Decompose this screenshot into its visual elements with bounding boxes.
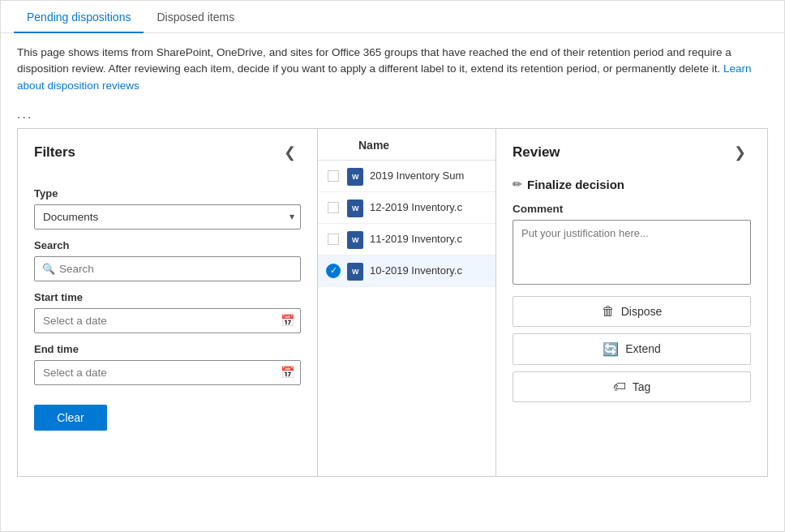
description-text: This page shows items from SharePoint, O… — [17, 46, 731, 75]
finalize-section: ✏ Finalize decision — [513, 178, 751, 191]
items-header: Name — [318, 129, 495, 161]
end-time-label: End time — [34, 343, 301, 355]
finalize-icon: ✏ — [513, 178, 522, 191]
comment-label: Comment — [513, 203, 751, 215]
search-icon: 🔍 — [42, 263, 55, 275]
review-header: Review ❯ — [513, 142, 751, 163]
item-checkbox-3[interactable] — [326, 232, 341, 247]
item-word-icon-2: W — [347, 200, 363, 216]
search-input[interactable] — [34, 256, 301, 281]
item-name-4: 10-2019 Inventory.c — [370, 264, 487, 277]
item-word-icon-1: W — [347, 168, 363, 184]
filters-collapse-button[interactable]: ❮ — [279, 142, 301, 163]
extend-icon: 🔄 — [603, 341, 619, 357]
start-date-wrapper: 📅 — [34, 308, 301, 333]
tag-icon: 🏷 — [613, 380, 626, 394]
page-container: Pending dispositions Disposed items This… — [0, 0, 785, 532]
list-item[interactable]: W 12-2019 Inventory.c — [318, 192, 495, 224]
extend-button[interactable]: 🔄 Extend — [513, 333, 751, 365]
dispose-icon: 🗑 — [602, 304, 615, 319]
type-select[interactable]: Documents All Emails Spreadsheets — [34, 204, 301, 230]
dispose-button[interactable]: 🗑 Dispose — [513, 296, 751, 327]
search-filter-label: Search — [34, 239, 301, 251]
extend-label: Extend — [625, 342, 661, 355]
finalize-title: Finalize decision — [527, 178, 624, 191]
clear-button[interactable]: Clear — [34, 405, 107, 431]
review-expand-button[interactable]: ❯ — [729, 142, 751, 163]
search-wrapper: 🔍 — [34, 256, 301, 281]
item-name-3: 11-2019 Inventory.c — [370, 233, 487, 245]
item-word-icon-3: W — [347, 231, 363, 247]
filters-header: Filters ❮ — [34, 142, 301, 163]
ellipsis-row: ... — [1, 102, 784, 128]
review-panel: Review ❯ ✏ Finalize decision Comment 🗑 D… — [496, 129, 767, 476]
list-item[interactable]: ✓ W 10-2019 Inventory.c — [318, 255, 495, 287]
list-item[interactable]: W 2019 Inventory Sum — [318, 161, 495, 192]
dispose-label: Dispose — [621, 305, 663, 318]
end-date-wrapper: 📅 — [34, 360, 301, 385]
review-title: Review — [513, 144, 560, 161]
item-checkbox-4[interactable]: ✓ — [326, 264, 341, 278]
start-date-input[interactable] — [34, 308, 301, 333]
item-name-1: 2019 Inventory Sum — [370, 169, 487, 182]
comment-textarea[interactable] — [513, 220, 751, 285]
item-checkbox-1[interactable] — [326, 169, 341, 183]
tag-button[interactable]: 🏷 Tag — [513, 371, 751, 402]
item-checkbox-2[interactable] — [326, 200, 341, 215]
description-area: This page shows items from SharePoint, O… — [1, 33, 784, 102]
items-panel: Name W 2019 Inventory Sum W 12-20 — [318, 129, 496, 476]
main-area: Filters ❮ Type Documents All Emails Spre… — [17, 128, 768, 477]
type-select-wrapper: Documents All Emails Spreadsheets ▾ — [34, 204, 301, 230]
filters-panel: Filters ❮ Type Documents All Emails Spre… — [18, 129, 318, 476]
type-filter-label: Type — [34, 187, 301, 200]
tab-pending[interactable]: Pending dispositions — [14, 1, 144, 33]
filters-title: Filters — [34, 144, 75, 161]
tag-label: Tag — [633, 380, 651, 393]
list-item[interactable]: W 11-2019 Inventory.c — [318, 224, 495, 255]
start-time-label: Start time — [34, 291, 301, 303]
tabs-bar: Pending dispositions Disposed items — [1, 1, 784, 33]
end-date-input[interactable] — [34, 360, 301, 385]
item-name-2: 12-2019 Inventory.c — [370, 201, 487, 213]
item-word-icon-4: W — [347, 263, 363, 279]
tab-disposed[interactable]: Disposed items — [144, 1, 247, 33]
